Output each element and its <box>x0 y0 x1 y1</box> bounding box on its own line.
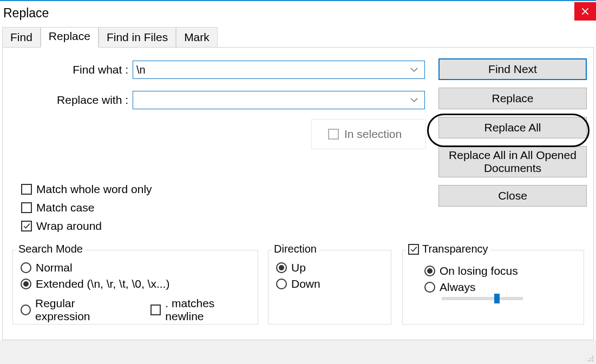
search-mode-normal[interactable]: Normal <box>21 261 250 274</box>
search-mode-extended[interactable]: Extended (\n, \r, \t, \0, \x...) <box>21 277 250 290</box>
transparency-checkbox[interactable] <box>408 244 419 255</box>
direction-up-label: Up <box>291 261 306 274</box>
replace-with-input[interactable] <box>133 91 405 109</box>
transparency-slider-thumb[interactable] <box>494 294 500 303</box>
titlebar: Replace <box>0 1 596 23</box>
find-what-label: Find what : <box>3 63 133 76</box>
transparency-on-losing[interactable]: On losing focus <box>424 264 576 277</box>
match-whole-word-checkbox[interactable]: Match whole word only <box>21 183 152 196</box>
tab-find[interactable]: Find <box>2 27 41 48</box>
svg-point-5 <box>592 356 593 357</box>
in-selection-checkbox[interactable] <box>328 129 339 140</box>
replace-all-docs-button[interactable]: Replace All in All Opened Documents <box>438 146 587 177</box>
svg-point-1 <box>590 360 591 361</box>
replace-with-dropdown[interactable] <box>405 91 423 109</box>
find-what-dropdown[interactable] <box>405 61 423 78</box>
in-selection-container: In selection <box>311 119 426 149</box>
close-icon <box>581 8 589 15</box>
find-next-button[interactable]: Find Next <box>438 58 587 80</box>
button-column: Find Next Replace Replace All Replace Al… <box>438 58 587 207</box>
find-what-combo[interactable] <box>133 61 425 79</box>
tab-row: Find Replace Find in Files Mark <box>2 26 594 48</box>
svg-point-2 <box>592 358 593 359</box>
transparency-legend: Transparency <box>422 243 488 255</box>
in-selection-label: In selection <box>344 128 402 141</box>
transparency-legend-wrap: Transparency <box>406 243 490 255</box>
replace-all-button[interactable]: Replace All <box>438 117 587 138</box>
chevron-down-icon <box>410 97 418 103</box>
replace-with-label: Replace with : <box>3 94 133 107</box>
window-title: Replace <box>3 4 49 21</box>
close-window-button[interactable] <box>574 2 596 21</box>
search-mode-group: Search Mode Normal Extended (\n, \r, \t,… <box>12 250 258 325</box>
svg-point-3 <box>588 360 589 361</box>
svg-point-0 <box>592 360 593 361</box>
match-case-label: Match case <box>36 201 94 214</box>
transparency-always-label: Always <box>440 281 476 294</box>
tab-replace[interactable]: Replace <box>41 27 99 48</box>
wrap-around-label: Wrap around <box>36 220 102 233</box>
resize-grip-icon[interactable] <box>585 353 594 362</box>
search-mode-extended-label: Extended (\n, \r, \t, \0, \x...) <box>36 277 169 290</box>
direction-up[interactable]: Up <box>276 261 383 274</box>
transparency-group: Transparency On losing focus Always <box>402 250 584 325</box>
close-button[interactable]: Close <box>438 185 587 207</box>
transparency-always[interactable]: Always <box>424 281 576 294</box>
tab-mark[interactable]: Mark <box>176 27 218 48</box>
search-mode-legend: Search Mode <box>16 243 85 255</box>
search-mode-regex[interactable]: Regular expression . matches newline <box>21 297 250 323</box>
match-case-checkbox[interactable]: Match case <box>21 201 152 214</box>
tab-find-in-files[interactable]: Find in Files <box>99 27 176 48</box>
match-whole-word-label: Match whole word only <box>36 183 152 196</box>
search-mode-normal-label: Normal <box>36 261 73 274</box>
replace-button[interactable]: Replace <box>438 88 587 109</box>
direction-down-label: Down <box>291 277 320 290</box>
wrap-around-checkbox[interactable]: Wrap around <box>21 220 152 233</box>
find-what-input[interactable] <box>133 61 405 78</box>
transparency-on-losing-label: On losing focus <box>440 264 518 277</box>
options-checkboxes: Match whole word only Match case Wrap ar… <box>21 183 152 233</box>
svg-point-4 <box>590 358 591 359</box>
search-mode-regex-label: Regular expression <box>35 297 127 323</box>
direction-legend: Direction <box>272 243 319 255</box>
statusbar <box>0 340 596 364</box>
dot-matches-newline-checkbox[interactable]: . matches newline <box>150 297 250 323</box>
chevron-down-icon <box>410 67 418 72</box>
transparency-slider[interactable] <box>442 297 523 300</box>
dialog-content: Find what : Replace with : In selection … <box>2 48 594 340</box>
dot-matches-newline-label: . matches newline <box>165 297 250 323</box>
direction-group: Direction Up Down <box>268 250 391 325</box>
replace-with-combo[interactable] <box>133 91 425 109</box>
direction-down[interactable]: Down <box>276 277 383 290</box>
